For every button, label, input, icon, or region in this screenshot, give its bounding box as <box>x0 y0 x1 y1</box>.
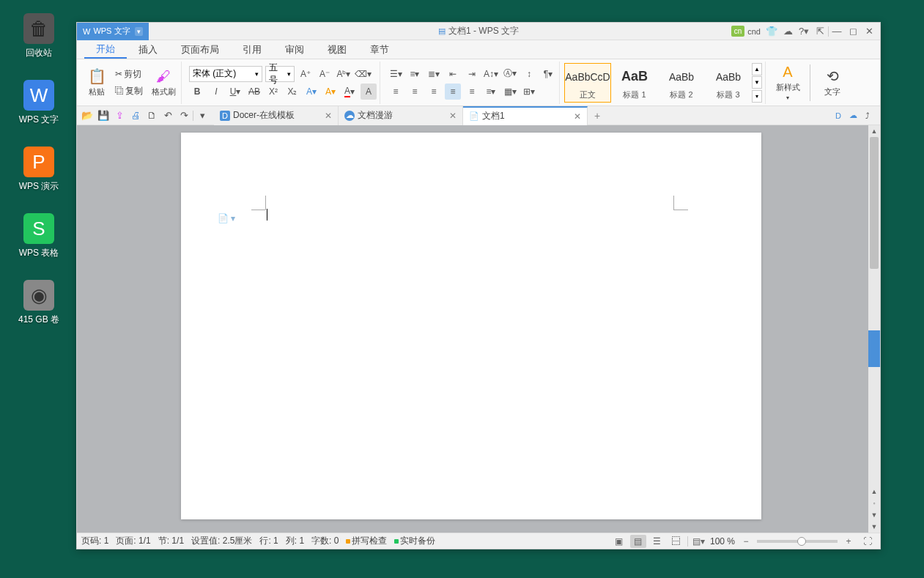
italic-button[interactable]: I <box>208 84 224 100</box>
numbering-button[interactable]: ≡▾ <box>407 66 423 82</box>
menu-tab-插入[interactable]: 插入 <box>127 40 169 59</box>
zoom-mode-button[interactable]: ▤▾ <box>691 535 707 548</box>
change-case-button[interactable]: Aᵇ▾ <box>336 66 352 82</box>
new-style-button[interactable]: A 新样式▾ <box>770 63 805 103</box>
view-read-button[interactable]: ▤ <box>630 535 646 548</box>
view-print-layout-button[interactable]: ▣ <box>611 535 627 548</box>
tab-close-icon[interactable]: ✕ <box>449 111 457 121</box>
menu-tab-引用[interactable]: 引用 <box>231 40 273 59</box>
browse-object-icon[interactable]: ◦ <box>868 497 880 509</box>
qat-dropdown-icon[interactable]: ▾ <box>195 108 210 123</box>
text-tool-button[interactable]: ⟲ 文字 <box>815 63 850 103</box>
document-page[interactable]: 📄 ▾ <box>181 133 761 519</box>
tab-close-icon[interactable]: ✕ <box>325 111 332 121</box>
user-account-icon[interactable]: 👕 <box>764 23 780 40</box>
status-section[interactable]: 节: 1/1 <box>158 535 184 547</box>
desktop-icon-2[interactable]: PWPS 演示 <box>13 147 64 193</box>
increase-indent-button[interactable]: ⇥ <box>464 66 480 82</box>
char-shading-button[interactable]: A <box>361 84 377 100</box>
help-icon[interactable]: ?▾ <box>796 23 812 40</box>
paragraph-widget[interactable]: 📄 ▾ <box>218 213 235 223</box>
copy-button[interactable]: ⿻复制 <box>112 84 146 99</box>
font-effects-button[interactable]: A▾ <box>303 84 319 100</box>
clear-format-button[interactable]: ⌫▾ <box>355 66 371 82</box>
scrollbar-thumb[interactable] <box>870 137 879 269</box>
font-name-select[interactable]: 宋体 (正文)▾ <box>189 66 262 82</box>
align-distribute-button[interactable]: ≡ <box>464 84 480 100</box>
redo-button[interactable]: ↷ <box>177 108 191 123</box>
align-right-button[interactable]: ≡ <box>426 84 442 100</box>
vertical-scrollbar[interactable]: ▲ ▲ ◦ ▼ ▼ <box>868 125 880 533</box>
style-item-标题 3[interactable]: AaBb标题 3 <box>705 63 752 103</box>
style-item-标题 2[interactable]: AaBb标题 2 <box>658 63 705 103</box>
decrease-indent-button[interactable]: ⇤ <box>445 66 461 82</box>
superscript-button[interactable]: X² <box>265 84 281 100</box>
style-expand[interactable]: ▾ <box>752 90 762 103</box>
style-scroll-up[interactable]: ▲ <box>752 63 762 75</box>
borders-button[interactable]: ⊞▾ <box>521 84 537 100</box>
tab-close-icon[interactable]: ✕ <box>574 111 581 122</box>
document-viewport[interactable]: 📄 ▾ ⊡ ▲ ▲ ◦ ▼ ▼ <box>77 125 880 533</box>
underline-button[interactable]: U▾ <box>227 84 243 100</box>
asian-layout-button[interactable]: Ⓐ▾ <box>502 66 518 82</box>
zoom-in-button[interactable]: + <box>840 535 857 548</box>
shrink-font-button[interactable]: A⁻ <box>317 66 333 82</box>
view-outline-button[interactable]: ⿱ <box>668 535 684 548</box>
align-justify-button[interactable]: ≡ <box>445 84 461 100</box>
status-spellcheck[interactable]: 拼写检查 <box>346 535 387 547</box>
paste-button[interactable]: 📋 粘贴 <box>84 63 109 103</box>
status-line[interactable]: 行: 1 <box>259 535 278 547</box>
zoom-slider-knob[interactable] <box>797 537 806 546</box>
zoom-out-button[interactable]: − <box>738 535 754 548</box>
subscript-button[interactable]: X₂ <box>284 84 300 100</box>
style-item-正文[interactable]: AaBbCcD正文 <box>564 63 611 103</box>
desktop-icon-3[interactable]: SWPS 表格 <box>13 213 64 259</box>
cut-button[interactable]: ✂剪切 <box>112 67 146 82</box>
align-center-button[interactable]: ≡ <box>407 84 423 100</box>
show-marks-button[interactable]: ¶▾ <box>540 66 556 82</box>
line-spacing-button[interactable]: ≡▾ <box>483 84 499 100</box>
side-panel-toggle[interactable] <box>868 330 880 367</box>
status-page-number[interactable]: 页码: 1 <box>81 535 108 547</box>
undo-button[interactable]: ↶ <box>160 108 175 123</box>
status-page[interactable]: 页面: 1/1 <box>116 535 150 547</box>
text-direction-button[interactable]: A↕▾ <box>483 66 499 82</box>
multilevel-list-button[interactable]: ≣▾ <box>426 66 442 82</box>
desktop-icon-0[interactable]: 🗑回收站 <box>13 13 64 59</box>
sort-button[interactable]: ↕ <box>521 66 537 82</box>
new-tab-button[interactable]: + <box>588 110 607 122</box>
ime-badge[interactable]: cn <box>731 26 745 37</box>
doc-tab-0[interactable]: DDocer-在线模板✕ <box>214 106 339 125</box>
doc-tab-2[interactable]: 📄文档1✕ <box>463 106 588 125</box>
status-setting[interactable]: 设置值: 2.5厘米 <box>191 535 252 547</box>
style-item-标题 1[interactable]: AaB标题 1 <box>611 63 658 103</box>
desktop-icon-4[interactable]: ◉415 GB 卷 <box>13 280 64 326</box>
strikethrough-button[interactable]: AB <box>246 84 262 100</box>
cloud-icon[interactable]: ☁ <box>846 109 860 122</box>
format-painter-button[interactable]: 🖌 格式刷 <box>149 63 178 103</box>
prev-page-icon[interactable]: ▲ <box>868 486 880 497</box>
status-backup[interactable]: 实时备份 <box>394 535 435 547</box>
menu-tab-章节[interactable]: 章节 <box>358 40 401 59</box>
status-column[interactable]: 列: 1 <box>286 535 304 547</box>
notifications-icon[interactable]: ☁ <box>780 23 796 40</box>
font-size-select[interactable]: 五号▾ <box>265 66 295 82</box>
menu-tab-审阅[interactable]: 审阅 <box>273 40 316 59</box>
desktop-icon-1[interactable]: WWPS 文字 <box>13 80 64 126</box>
view-web-button[interactable]: ☰ <box>649 535 665 548</box>
pin-icon[interactable]: ⇱ <box>812 23 828 40</box>
close-button[interactable]: ✕ <box>861 23 877 40</box>
fullscreen-button[interactable]: ⛶ <box>860 535 876 548</box>
zoom-level[interactable]: 100 % <box>710 536 735 546</box>
font-color-button[interactable]: A▾ <box>341 84 358 100</box>
print-button[interactable]: 🖨 <box>128 108 143 123</box>
menu-tab-开始[interactable]: 开始 <box>84 40 127 59</box>
menu-tab-页面布局[interactable]: 页面布局 <box>169 40 231 59</box>
zoom-slider[interactable] <box>757 540 838 543</box>
menu-tab-视图[interactable]: 视图 <box>316 40 358 59</box>
print-preview-button[interactable]: 🗋 <box>144 108 159 123</box>
bullets-button[interactable]: ☰▾ <box>388 66 404 82</box>
open-button[interactable]: 📂 <box>80 108 95 123</box>
scroll-down-icon[interactable]: ▼ <box>868 521 880 533</box>
app-menu-badge[interactable]: W WPS 文字 ▾ <box>77 23 149 40</box>
